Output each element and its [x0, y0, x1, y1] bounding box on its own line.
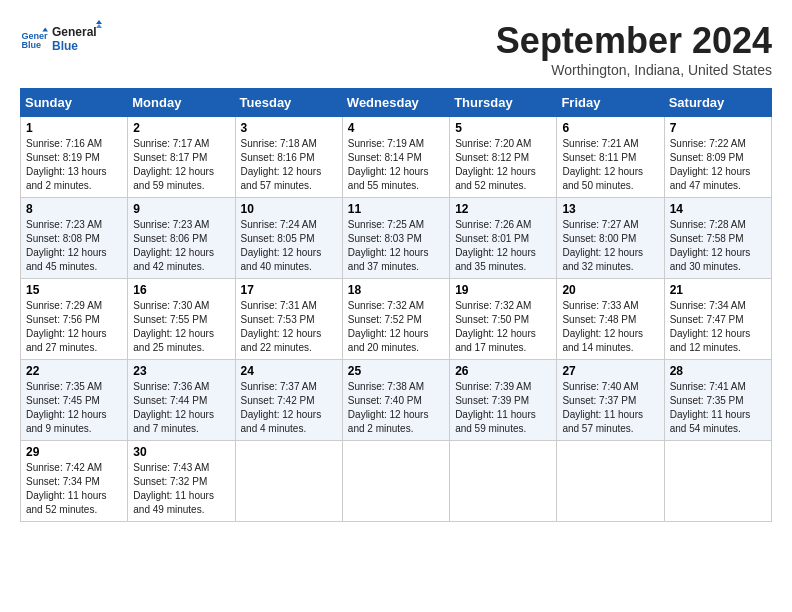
day-info: Sunrise: 7:40 AMSunset: 7:37 PMDaylight:… [562, 380, 658, 436]
day-number: 8 [26, 202, 122, 216]
day-number: 20 [562, 283, 658, 297]
day-number: 9 [133, 202, 229, 216]
day-info: Sunrise: 7:16 AMSunset: 8:19 PMDaylight:… [26, 137, 122, 193]
calendar-day-cell: 5Sunrise: 7:20 AMSunset: 8:12 PMDaylight… [450, 117, 557, 198]
calendar-day-cell: 10Sunrise: 7:24 AMSunset: 8:05 PMDayligh… [235, 198, 342, 279]
calendar-day-cell [235, 441, 342, 522]
calendar-day-cell: 20Sunrise: 7:33 AMSunset: 7:48 PMDayligh… [557, 279, 664, 360]
calendar-day-cell [450, 441, 557, 522]
day-info: Sunrise: 7:39 AMSunset: 7:39 PMDaylight:… [455, 380, 551, 436]
day-info: Sunrise: 7:38 AMSunset: 7:40 PMDaylight:… [348, 380, 444, 436]
svg-text:Blue: Blue [21, 40, 41, 50]
calendar-day-cell: 24Sunrise: 7:37 AMSunset: 7:42 PMDayligh… [235, 360, 342, 441]
calendar-day-cell: 27Sunrise: 7:40 AMSunset: 7:37 PMDayligh… [557, 360, 664, 441]
day-info: Sunrise: 7:23 AMSunset: 8:06 PMDaylight:… [133, 218, 229, 274]
calendar-day-cell: 6Sunrise: 7:21 AMSunset: 8:11 PMDaylight… [557, 117, 664, 198]
day-info: Sunrise: 7:23 AMSunset: 8:08 PMDaylight:… [26, 218, 122, 274]
day-number: 5 [455, 121, 551, 135]
day-info: Sunrise: 7:17 AMSunset: 8:17 PMDaylight:… [133, 137, 229, 193]
day-info: Sunrise: 7:27 AMSunset: 8:00 PMDaylight:… [562, 218, 658, 274]
day-info: Sunrise: 7:24 AMSunset: 8:05 PMDaylight:… [241, 218, 337, 274]
day-number: 22 [26, 364, 122, 378]
calendar-week-row: 29Sunrise: 7:42 AMSunset: 7:34 PMDayligh… [21, 441, 772, 522]
logo-icon: General Blue [20, 26, 48, 54]
day-number: 26 [455, 364, 551, 378]
calendar-day-cell: 8Sunrise: 7:23 AMSunset: 8:08 PMDaylight… [21, 198, 128, 279]
calendar-day-cell: 16Sunrise: 7:30 AMSunset: 7:55 PMDayligh… [128, 279, 235, 360]
day-number: 18 [348, 283, 444, 297]
logo-bird-icon: General Blue [52, 20, 102, 56]
day-info: Sunrise: 7:42 AMSunset: 7:34 PMDaylight:… [26, 461, 122, 517]
day-info: Sunrise: 7:18 AMSunset: 8:16 PMDaylight:… [241, 137, 337, 193]
day-info: Sunrise: 7:28 AMSunset: 7:58 PMDaylight:… [670, 218, 766, 274]
calendar-table: SundayMondayTuesdayWednesdayThursdayFrid… [20, 88, 772, 522]
weekday-header-tuesday: Tuesday [235, 89, 342, 117]
day-number: 14 [670, 202, 766, 216]
day-info: Sunrise: 7:30 AMSunset: 7:55 PMDaylight:… [133, 299, 229, 355]
svg-marker-5 [96, 20, 102, 24]
svg-text:General: General [52, 25, 97, 39]
svg-marker-2 [42, 27, 48, 31]
day-info: Sunrise: 7:43 AMSunset: 7:32 PMDaylight:… [133, 461, 229, 517]
day-number: 30 [133, 445, 229, 459]
weekday-header-saturday: Saturday [664, 89, 771, 117]
calendar-day-cell: 4Sunrise: 7:19 AMSunset: 8:14 PMDaylight… [342, 117, 449, 198]
svg-marker-6 [96, 24, 102, 28]
title-block: September 2024 Worthington, Indiana, Uni… [496, 20, 772, 78]
day-info: Sunrise: 7:34 AMSunset: 7:47 PMDaylight:… [670, 299, 766, 355]
day-info: Sunrise: 7:36 AMSunset: 7:44 PMDaylight:… [133, 380, 229, 436]
weekday-header-monday: Monday [128, 89, 235, 117]
day-number: 29 [26, 445, 122, 459]
calendar-day-cell: 28Sunrise: 7:41 AMSunset: 7:35 PMDayligh… [664, 360, 771, 441]
day-number: 21 [670, 283, 766, 297]
calendar-day-cell: 9Sunrise: 7:23 AMSunset: 8:06 PMDaylight… [128, 198, 235, 279]
day-number: 17 [241, 283, 337, 297]
calendar-day-cell: 14Sunrise: 7:28 AMSunset: 7:58 PMDayligh… [664, 198, 771, 279]
day-info: Sunrise: 7:25 AMSunset: 8:03 PMDaylight:… [348, 218, 444, 274]
calendar-day-cell: 30Sunrise: 7:43 AMSunset: 7:32 PMDayligh… [128, 441, 235, 522]
calendar-day-cell: 1Sunrise: 7:16 AMSunset: 8:19 PMDaylight… [21, 117, 128, 198]
calendar-week-row: 15Sunrise: 7:29 AMSunset: 7:56 PMDayligh… [21, 279, 772, 360]
calendar-subtitle: Worthington, Indiana, United States [496, 62, 772, 78]
weekday-header-row: SundayMondayTuesdayWednesdayThursdayFrid… [21, 89, 772, 117]
weekday-header-friday: Friday [557, 89, 664, 117]
calendar-day-cell: 25Sunrise: 7:38 AMSunset: 7:40 PMDayligh… [342, 360, 449, 441]
calendar-week-row: 8Sunrise: 7:23 AMSunset: 8:08 PMDaylight… [21, 198, 772, 279]
day-number: 24 [241, 364, 337, 378]
calendar-day-cell: 21Sunrise: 7:34 AMSunset: 7:47 PMDayligh… [664, 279, 771, 360]
calendar-day-cell: 12Sunrise: 7:26 AMSunset: 8:01 PMDayligh… [450, 198, 557, 279]
day-number: 4 [348, 121, 444, 135]
calendar-day-cell: 7Sunrise: 7:22 AMSunset: 8:09 PMDaylight… [664, 117, 771, 198]
day-info: Sunrise: 7:31 AMSunset: 7:53 PMDaylight:… [241, 299, 337, 355]
calendar-day-cell [664, 441, 771, 522]
day-info: Sunrise: 7:32 AMSunset: 7:50 PMDaylight:… [455, 299, 551, 355]
day-number: 10 [241, 202, 337, 216]
calendar-day-cell: 17Sunrise: 7:31 AMSunset: 7:53 PMDayligh… [235, 279, 342, 360]
day-info: Sunrise: 7:20 AMSunset: 8:12 PMDaylight:… [455, 137, 551, 193]
day-info: Sunrise: 7:19 AMSunset: 8:14 PMDaylight:… [348, 137, 444, 193]
calendar-day-cell: 3Sunrise: 7:18 AMSunset: 8:16 PMDaylight… [235, 117, 342, 198]
calendar-day-cell: 23Sunrise: 7:36 AMSunset: 7:44 PMDayligh… [128, 360, 235, 441]
calendar-body: 1Sunrise: 7:16 AMSunset: 8:19 PMDaylight… [21, 117, 772, 522]
calendar-week-row: 22Sunrise: 7:35 AMSunset: 7:45 PMDayligh… [21, 360, 772, 441]
day-info: Sunrise: 7:41 AMSunset: 7:35 PMDaylight:… [670, 380, 766, 436]
day-info: Sunrise: 7:22 AMSunset: 8:09 PMDaylight:… [670, 137, 766, 193]
day-info: Sunrise: 7:32 AMSunset: 7:52 PMDaylight:… [348, 299, 444, 355]
calendar-day-cell: 26Sunrise: 7:39 AMSunset: 7:39 PMDayligh… [450, 360, 557, 441]
calendar-day-cell: 18Sunrise: 7:32 AMSunset: 7:52 PMDayligh… [342, 279, 449, 360]
calendar-day-cell: 22Sunrise: 7:35 AMSunset: 7:45 PMDayligh… [21, 360, 128, 441]
calendar-day-cell: 19Sunrise: 7:32 AMSunset: 7:50 PMDayligh… [450, 279, 557, 360]
day-number: 3 [241, 121, 337, 135]
logo: General Blue General Blue [20, 20, 102, 60]
calendar-header: SundayMondayTuesdayWednesdayThursdayFrid… [21, 89, 772, 117]
day-info: Sunrise: 7:37 AMSunset: 7:42 PMDaylight:… [241, 380, 337, 436]
day-number: 1 [26, 121, 122, 135]
day-number: 28 [670, 364, 766, 378]
day-info: Sunrise: 7:29 AMSunset: 7:56 PMDaylight:… [26, 299, 122, 355]
day-info: Sunrise: 7:35 AMSunset: 7:45 PMDaylight:… [26, 380, 122, 436]
calendar-title: September 2024 [496, 20, 772, 62]
day-info: Sunrise: 7:26 AMSunset: 8:01 PMDaylight:… [455, 218, 551, 274]
calendar-day-cell [557, 441, 664, 522]
calendar-week-row: 1Sunrise: 7:16 AMSunset: 8:19 PMDaylight… [21, 117, 772, 198]
svg-text:Blue: Blue [52, 39, 78, 53]
